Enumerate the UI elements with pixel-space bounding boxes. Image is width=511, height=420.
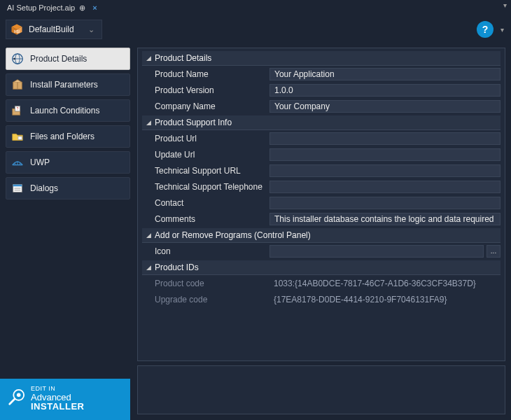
description-panel xyxy=(137,365,505,414)
tab-menu-caret-icon[interactable]: ▾ xyxy=(503,1,507,9)
sidebar: Product Details Install Parameters ? Lau… xyxy=(6,48,130,414)
input-icon[interactable] xyxy=(270,245,484,258)
label-product-name: Product Name xyxy=(142,69,270,79)
close-icon[interactable]: × xyxy=(90,4,99,12)
edit-in-labels: EDIT IN Advanced INSTALLER xyxy=(31,386,84,412)
sidebar-label: Product Details xyxy=(30,54,87,64)
section-arp[interactable]: ◢ Add or Remove Programs (Control Panel) xyxy=(142,228,500,243)
svg-text:?: ? xyxy=(17,106,19,111)
input-tech-tel[interactable] xyxy=(270,181,500,193)
input-company-name[interactable] xyxy=(270,100,500,113)
sidebar-label: Launch Conditions xyxy=(30,106,99,115)
sidebar-label: UWP xyxy=(30,158,50,167)
input-contact[interactable] xyxy=(270,197,500,209)
pin-icon[interactable]: ⊕ xyxy=(79,4,85,13)
dialog-icon xyxy=(10,181,24,195)
input-update-url[interactable] xyxy=(270,148,500,161)
sidebar-item-uwp[interactable]: UWP xyxy=(6,151,130,174)
sidebar-label: Files and Folders xyxy=(30,132,94,141)
sidebar-item-product-details[interactable]: Product Details xyxy=(6,48,130,70)
sidebar-item-dialogs[interactable]: Dialogs xyxy=(6,177,130,200)
edit-in-advanced-installer[interactable]: EDIT IN Advanced INSTALLER xyxy=(0,379,130,420)
section-product-ids[interactable]: ◢ Product IDs xyxy=(142,260,500,275)
collapse-icon: ◢ xyxy=(145,119,152,126)
build-select[interactable]: MSI DefaultBuild ⌄ xyxy=(6,20,102,39)
value-product-code: 1033:{14AB0DCE-7817-46C7-A1D6-36C3CF34B3… xyxy=(270,279,500,288)
sidebar-label: Install Parameters xyxy=(30,80,98,90)
collapse-icon: ◢ xyxy=(145,264,152,271)
label-comments: Comments xyxy=(142,214,270,224)
bridge-icon xyxy=(10,155,24,169)
label-product-code: Product code xyxy=(142,279,270,288)
label-icon: Icon xyxy=(142,246,270,256)
main-column: ◢ Product Details Product Name Product V… xyxy=(137,48,505,414)
toolbar: MSI DefaultBuild ⌄ ? ▾ xyxy=(0,15,511,43)
folder-icon xyxy=(10,130,24,144)
section-product-details[interactable]: ◢ Product Details xyxy=(142,51,500,66)
svg-point-7 xyxy=(13,58,15,59)
tab-strip: AI Setup Project.aip ⊕ × ▾ xyxy=(0,0,511,15)
svg-rect-13 xyxy=(18,136,22,140)
file-tab[interactable]: AI Setup Project.aip ⊕ × xyxy=(0,0,104,15)
label-product-url: Product Url xyxy=(142,134,270,144)
label-tech-url: Technical Support URL xyxy=(142,166,270,176)
collapse-icon: ◢ xyxy=(145,55,152,62)
input-tech-url[interactable] xyxy=(270,164,500,177)
conditions-icon: ? xyxy=(10,104,24,118)
tab-title: AI Setup Project.aip xyxy=(7,4,75,12)
sidebar-item-install-parameters[interactable]: Install Parameters xyxy=(6,74,130,96)
properties-panel: ◢ Product Details Product Name Product V… xyxy=(137,48,505,361)
help-button[interactable]: ? xyxy=(477,21,493,38)
input-comments[interactable] xyxy=(270,213,500,225)
label-company-name: Company Name xyxy=(142,102,270,111)
section-product-support-info[interactable]: ◢ Product Support Info xyxy=(142,115,500,130)
svg-point-23 xyxy=(17,393,21,398)
body: Product Details Install Parameters ? Lau… xyxy=(0,43,511,420)
value-upgrade-code: {17EA8178-D0DE-4414-9210-9F7046131FA9} xyxy=(270,295,500,304)
label-contact: Contact xyxy=(142,198,270,208)
input-product-name[interactable] xyxy=(270,68,500,80)
sidebar-label: Dialogs xyxy=(30,183,58,193)
ai-logo-icon xyxy=(7,388,25,409)
help-caret-icon[interactable]: ▾ xyxy=(500,26,504,34)
globe-icon xyxy=(10,52,24,66)
sidebar-item-files-folders[interactable]: Files and Folders xyxy=(6,125,130,148)
sidebar-item-launch-conditions[interactable]: ? Launch Conditions xyxy=(6,99,130,122)
package-icon xyxy=(10,78,24,92)
question-icon: ? xyxy=(482,24,489,35)
label-product-version: Product Version xyxy=(142,85,270,95)
input-product-url[interactable] xyxy=(270,132,500,145)
msi-box-icon: MSI xyxy=(10,23,23,36)
input-product-version[interactable] xyxy=(270,84,500,97)
browse-icon-button[interactable]: ... xyxy=(486,245,500,258)
collapse-icon: ◢ xyxy=(145,232,152,239)
label-upgrade-code: Upgrade code xyxy=(142,295,270,304)
svg-text:MSI: MSI xyxy=(14,30,20,34)
label-tech-tel: Technical Support Telephone xyxy=(142,182,270,192)
build-label: DefaultBuild xyxy=(29,24,74,34)
label-update-url: Update Url xyxy=(142,150,270,160)
svg-rect-19 xyxy=(13,185,22,187)
chevron-down-icon: ⌄ xyxy=(88,25,94,34)
